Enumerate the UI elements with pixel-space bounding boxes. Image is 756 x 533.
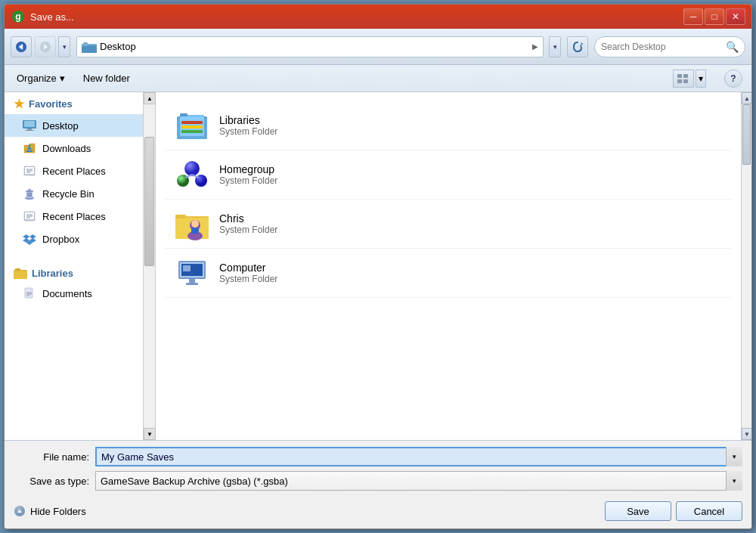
- svg-rect-50: [30, 288, 33, 290]
- filename-row: File name: ▾: [14, 447, 742, 466]
- filetype-row: Save as type: GameSave Backup Archive (g…: [14, 471, 742, 491]
- content-scroll-up[interactable]: ▲: [742, 92, 751, 104]
- svg-rect-12: [677, 74, 682, 78]
- command-bar: Organize ▾ New folder ▾ ?: [5, 65, 751, 92]
- svg-rect-15: [683, 79, 688, 83]
- sidebar-item-desktop-label: Desktop: [42, 120, 79, 132]
- svg-rect-58: [181, 121, 203, 124]
- svg-rect-30: [26, 191, 33, 192]
- hide-folders-button[interactable]: Hide Folders: [14, 505, 86, 517]
- filename-wrapper: ▾: [95, 447, 742, 466]
- sidebar-item-recent-2-label: Recent Places: [42, 211, 106, 222]
- svg-marker-40: [23, 234, 29, 239]
- sidebar-scroll-thumb[interactable]: [144, 137, 154, 266]
- search-input[interactable]: [601, 42, 723, 52]
- homegroup-name: Homegroup: [219, 163, 723, 175]
- address-text: Desktop: [100, 41, 532, 52]
- svg-rect-14: [677, 79, 682, 83]
- content-scroll-track[interactable]: [742, 104, 751, 428]
- close-button[interactable]: ✕: [726, 8, 745, 25]
- svg-rect-47: [15, 268, 20, 271]
- view-button[interactable]: [673, 70, 694, 88]
- file-item-libraries[interactable]: Libraries System Folder: [165, 101, 732, 150]
- libraries-title: Libraries: [32, 268, 73, 279]
- homegroup-icon: [174, 156, 210, 193]
- app-icon: g: [11, 9, 26, 24]
- address-folder-icon: [82, 39, 97, 54]
- svg-rect-21: [29, 144, 30, 150]
- sidebar-scroll-up[interactable]: ▲: [144, 92, 156, 104]
- maximize-button[interactable]: □: [705, 8, 724, 25]
- sidebar-item-dropbox-label: Dropbox: [42, 234, 79, 245]
- desktop-icon: [23, 119, 36, 132]
- sidebar-item-downloads[interactable]: Downloads: [5, 137, 143, 160]
- view-dropdown-button[interactable]: ▾: [696, 70, 706, 88]
- svg-rect-17: [24, 121, 35, 127]
- cancel-label: Cancel: [694, 506, 724, 517]
- svg-rect-9: [83, 42, 88, 45]
- dropbox-icon: [23, 232, 36, 246]
- svg-rect-7: [82, 45, 97, 53]
- new-folder-button[interactable]: New folder: [80, 71, 133, 85]
- organize-label: Organize: [17, 73, 57, 84]
- content-scrollbar[interactable]: ▲ ▼: [741, 92, 751, 440]
- svg-marker-10: [581, 42, 583, 45]
- new-folder-label: New folder: [83, 73, 130, 84]
- chris-icon: [174, 206, 210, 242]
- toolbar: ▾ Desktop ▶ ▾ 🔍: [5, 29, 751, 65]
- chris-type: System Folder: [219, 225, 723, 235]
- sidebar-item-recent-places-2[interactable]: Recent Places: [5, 205, 143, 228]
- address-dropdown-button[interactable]: ▾: [549, 36, 561, 57]
- filename-input[interactable]: [95, 447, 742, 466]
- sidebar-item-recycle-bin[interactable]: Recycle Bin: [5, 182, 143, 205]
- cancel-button[interactable]: Cancel: [676, 501, 742, 521]
- sidebar-item-recent-1-label: Recent Places: [42, 166, 106, 177]
- hide-folders-label: Hide Folders: [30, 506, 86, 517]
- sidebar: ★ Favorites Desktop: [5, 92, 156, 440]
- computer-icon: [174, 255, 210, 291]
- minimize-button[interactable]: ─: [683, 8, 703, 25]
- svg-rect-59: [181, 126, 203, 129]
- filetype-label: Save as type:: [14, 476, 89, 487]
- refresh-button[interactable]: [567, 36, 588, 57]
- content-scroll[interactable]: Libraries System Folder: [156, 92, 741, 440]
- libraries-section: Libraries: [5, 262, 143, 282]
- file-item-homegroup[interactable]: Homegroup System Folder: [165, 150, 732, 200]
- filetype-select[interactable]: GameSave Backup Archive (gsba) (*.gsba): [95, 471, 742, 491]
- sidebar-item-desktop[interactable]: Desktop: [5, 114, 143, 137]
- organize-button[interactable]: Organize ▾: [14, 71, 68, 85]
- sidebar-scroll-track[interactable]: [144, 104, 155, 428]
- search-bar[interactable]: 🔍: [594, 36, 745, 57]
- svg-text:g: g: [15, 11, 20, 22]
- file-item-chris[interactable]: Chris System Folder: [165, 200, 732, 249]
- sidebar-item-downloads-label: Downloads: [42, 143, 91, 154]
- homegroup-info: Homegroup System Folder: [219, 163, 723, 186]
- libraries-icon: [174, 107, 210, 144]
- save-button[interactable]: Save: [605, 501, 671, 521]
- sidebar-item-recent-places-1[interactable]: Recent Places: [5, 160, 143, 182]
- favorites-section: ★ Favorites: [5, 92, 143, 114]
- libraries-type: System Folder: [219, 126, 723, 137]
- content-scroll-down[interactable]: ▼: [742, 428, 751, 440]
- libraries-info: Libraries System Folder: [219, 114, 723, 137]
- nav-dropdown-button[interactable]: ▾: [58, 36, 70, 57]
- help-button[interactable]: ?: [724, 70, 742, 88]
- sidebar-scroll-down[interactable]: ▼: [144, 428, 156, 440]
- content-scroll-thumb[interactable]: [742, 104, 751, 165]
- sidebar-item-documents[interactable]: Documents: [5, 282, 143, 305]
- svg-point-62: [184, 161, 200, 176]
- back-button[interactable]: [11, 36, 32, 57]
- file-item-computer[interactable]: Computer System Folder: [165, 249, 732, 298]
- dialog-title: Save as...: [30, 11, 683, 23]
- sidebar-scrollbar[interactable]: ▲ ▼: [143, 92, 155, 440]
- forward-button[interactable]: [35, 36, 56, 57]
- window-controls: ─ □ ✕: [683, 8, 745, 25]
- sidebar-item-dropbox[interactable]: Dropbox: [5, 228, 143, 250]
- svg-rect-18: [27, 129, 32, 130]
- recycle-bin-icon: [23, 187, 36, 200]
- address-bar[interactable]: Desktop ▶: [76, 36, 544, 57]
- downloads-icon: [23, 141, 36, 155]
- sidebar-item-documents-label: Documents: [42, 288, 92, 299]
- search-icon[interactable]: 🔍: [726, 41, 739, 53]
- computer-info: Computer System Folder: [219, 262, 723, 284]
